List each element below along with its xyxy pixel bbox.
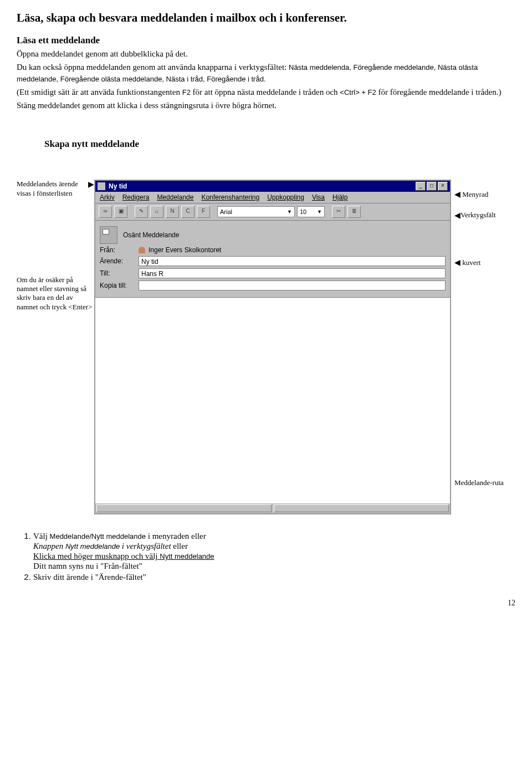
s1h: Klicka med höger musknapp och välj bbox=[33, 552, 160, 560]
statusbar-pane-2 bbox=[274, 504, 449, 512]
from-value: Inger Evers Skolkontoret bbox=[149, 246, 446, 254]
toolbar-btn-n[interactable]: N bbox=[166, 206, 179, 218]
chevron-down-icon: ▼ bbox=[287, 207, 292, 217]
s1b: Meddelande/Nytt meddelande bbox=[50, 532, 146, 540]
arrow-left-icon: ◀ bbox=[454, 211, 461, 221]
leftnote1-text: Meddelandets ärende visas i fönsterliste… bbox=[17, 180, 88, 198]
close-button[interactable]: × bbox=[438, 182, 448, 191]
person-icon bbox=[139, 247, 145, 253]
subject-label: Ärende: bbox=[100, 257, 139, 265]
font-size-value: 10 bbox=[300, 207, 306, 217]
instruction-list: Välj Meddelande/Nytt meddelande i menyra… bbox=[33, 531, 515, 582]
section1-p3: (Ett smidigt sätt är att anväda funktion… bbox=[17, 86, 515, 98]
menu-uppkoppling[interactable]: Uppkoppling bbox=[267, 193, 304, 201]
maximize-button[interactable]: □ bbox=[427, 182, 437, 191]
toolbar-btn-1[interactable]: ∞ bbox=[99, 206, 112, 218]
window-app-icon bbox=[98, 182, 105, 190]
p3-d: <Ctrl> + F2 bbox=[340, 88, 376, 96]
annotation-menubar: ◀ Menyrad bbox=[454, 190, 504, 200]
subject-input[interactable]: Ny tid bbox=[139, 256, 446, 266]
annotation-body: Meddelande-ruta bbox=[454, 478, 504, 487]
message-header: Osänt Meddelande Från: Inger Evers Skolk… bbox=[95, 221, 450, 298]
font-value: Arial bbox=[220, 207, 232, 217]
page-number: 12 bbox=[17, 599, 515, 608]
to-label: Till: bbox=[100, 269, 139, 277]
section1-p1: Öppna meddelandet genom att dubbelklicka… bbox=[17, 48, 515, 59]
menubar: Arkiv Redigera Meddelande Konferenshante… bbox=[95, 192, 450, 203]
message-window: Ny tid _ □ × Arkiv Redigera Meddelande K… bbox=[94, 180, 451, 514]
message-status: Osänt Meddelande bbox=[123, 231, 446, 239]
menu-visa[interactable]: Visa bbox=[312, 193, 325, 201]
chevron-down-icon: ▼ bbox=[317, 207, 322, 217]
rn2-text: Verktygsfält bbox=[461, 211, 496, 220]
s1f: i verktygsfältet bbox=[122, 542, 171, 550]
from-label: Från: bbox=[100, 246, 139, 254]
annotation-envelope: ◀ kuvert bbox=[454, 258, 504, 268]
arrow-left-icon: ◀ bbox=[454, 190, 461, 200]
step-1: Välj Meddelande/Nytt meddelande i menyra… bbox=[33, 531, 515, 571]
step-2: Skriv ditt ärende i "Ärende-fältet" bbox=[33, 572, 515, 582]
p2-a: Du kan också öppna meddelanden genom att… bbox=[17, 63, 289, 72]
toolbar-btn-4[interactable]: ⌂ bbox=[150, 206, 163, 218]
menu-arkiv[interactable]: Arkiv bbox=[100, 193, 115, 201]
section1-heading: Läsa ett meddelande bbox=[17, 35, 515, 46]
cc-label: Kopia till: bbox=[100, 282, 139, 289]
toolbar-btn-6[interactable]: ≣ bbox=[347, 206, 361, 218]
p3-a: (Ett smidigt sätt är att anväda funktion… bbox=[17, 88, 182, 96]
s1a: Välj bbox=[33, 532, 50, 540]
rn3-text: kuvert bbox=[462, 258, 480, 267]
rn4-text: Meddelande-ruta bbox=[454, 478, 504, 487]
toolbar-btn-f[interactable]: F bbox=[197, 206, 210, 218]
font-size-select[interactable]: 10 ▼ bbox=[297, 206, 325, 217]
section1-p4: Stäng meddelandet genom att klicka i des… bbox=[17, 100, 515, 111]
toolbar-btn-2[interactable]: ▣ bbox=[114, 206, 127, 218]
font-select[interactable]: Arial ▼ bbox=[217, 206, 295, 217]
toolbar-btn-c[interactable]: C bbox=[181, 206, 195, 218]
leftnote2-text: Om du är osäker på namnet eller stavning… bbox=[17, 276, 92, 311]
annotation-titlebar: Meddelandets ärende visas i fönsterliste… bbox=[17, 180, 94, 198]
window-title-text: Ny tid bbox=[109, 182, 416, 190]
section1-p2: Du kan också öppna meddelanden genom att… bbox=[17, 62, 515, 84]
annotation-toolbar: ◀ Verktygsfält bbox=[454, 211, 504, 221]
annotation-till-field: Om du är osäker på namnet eller stavning… bbox=[17, 276, 94, 312]
s1j: Ditt namn syns nu i "Från-fältet" bbox=[33, 562, 142, 570]
arrow-left-icon: ◀ bbox=[454, 258, 461, 268]
envelope-icon bbox=[100, 226, 117, 244]
statusbar bbox=[95, 503, 450, 513]
page-title: Läsa, skapa och besvara meddelanden i ma… bbox=[17, 11, 515, 25]
to-input[interactable]: Hans R bbox=[139, 268, 446, 278]
s2-text: Skriv ditt ärende i "Ärende-fältet" bbox=[33, 573, 146, 582]
menu-meddelande[interactable]: Meddelande bbox=[157, 193, 193, 201]
message-body-area[interactable] bbox=[95, 298, 450, 503]
toolbar-btn-3[interactable]: ✎ bbox=[135, 206, 148, 218]
s1d: Knappen bbox=[33, 542, 65, 550]
statusbar-pane-1 bbox=[96, 504, 272, 512]
menu-redigera[interactable]: Redigera bbox=[122, 193, 150, 201]
toolbar: ∞ ▣ ✎ ⌂ N C F Arial ▼ 10 ▼ ✂ ≣ bbox=[95, 203, 450, 221]
toolbar-btn-5[interactable]: ✂ bbox=[332, 206, 345, 218]
p3-e: för föregående meddelande i tråden.) bbox=[376, 88, 502, 96]
menu-hjalp[interactable]: Hjälp bbox=[332, 193, 347, 201]
window-titlebar[interactable]: Ny tid _ □ × bbox=[95, 181, 450, 192]
cc-input[interactable] bbox=[139, 280, 446, 290]
section2-heading: Skapa nytt meddelande bbox=[44, 139, 515, 150]
p3-b: F2 bbox=[182, 88, 191, 96]
menu-konferenshantering[interactable]: Konferenshantering bbox=[201, 193, 259, 201]
s1g: eller bbox=[171, 542, 188, 550]
arrow-right-icon: ▶ bbox=[88, 180, 94, 198]
s1e: Nytt meddelande bbox=[65, 542, 122, 550]
minimize-button[interactable]: _ bbox=[416, 182, 426, 191]
s1c: i menyraden eller bbox=[146, 532, 206, 540]
p3-c: för att öppna nästa meddelande i tråden … bbox=[191, 88, 340, 96]
s1i: Nytt meddelande bbox=[160, 552, 214, 560]
rn1-text: Menyrad bbox=[462, 190, 488, 199]
